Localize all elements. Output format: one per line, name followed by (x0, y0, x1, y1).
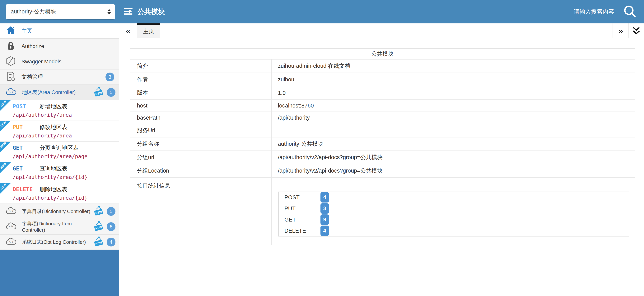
main-area: « 主页 » 公共模块 (119, 24, 644, 296)
sidebar-item-label: Authorize (22, 43, 44, 49)
lock-icon (6, 41, 16, 52)
info-row-value: /api/authority/v2/api-docs?group=公共模块 (272, 151, 635, 164)
sidebar-controller[interactable]: API 字典项(Dictionary Item Controller) NEW (0, 219, 119, 235)
stats-row-label: 接口统计信息 (130, 178, 272, 245)
table-row-stats: 接口统计信息 POST 4 (130, 178, 635, 245)
models-hexagon-icon (6, 56, 16, 67)
tab-bar: « 主页 » (119, 24, 644, 38)
doc-manage-count-badge: 3 (106, 73, 114, 81)
info-row-label: 版本 (130, 86, 272, 100)
sidebar-item-label: 主页 (22, 27, 32, 35)
stats-method-label: GET (278, 214, 314, 225)
controller-count-badge: 5 (107, 88, 116, 97)
table-row: 服务Url (130, 124, 635, 137)
info-row-label: 分组url (130, 151, 272, 164)
controller-label: 地区表(Area Controller) (22, 89, 76, 96)
info-row-label: 作者 (130, 73, 272, 86)
stats-row: GET 9 (278, 214, 629, 225)
info-row-value (272, 124, 635, 137)
tab-scroll-right-icon[interactable]: » (612, 24, 628, 38)
api-method-label: GET (13, 165, 40, 172)
group-select[interactable]: authority-公共模块 (6, 4, 115, 19)
info-row-label: 分组名称 (130, 137, 272, 151)
api-list-item[interactable]: NEW DELETE 删除地区表 /api/authority/area/{id… (0, 183, 119, 204)
table-row: 版本 1.0 (130, 86, 635, 100)
tab-collapse-icon[interactable] (628, 24, 644, 38)
api-name-label: 删除地区表 (40, 185, 67, 193)
search-input[interactable]: 请输入搜索内容 (574, 8, 614, 16)
api-cloud-icon: API (6, 237, 16, 247)
controller-label: 系统日志(Opt Log Controller) (22, 239, 86, 245)
api-method-label: GET (13, 144, 40, 152)
api-path-label: /api/authority/area (13, 132, 118, 139)
sidebar: 主页 Authorize (0, 24, 119, 296)
api-path-label: /api/authority/area/page (13, 153, 118, 160)
api-list: NEW POST 新增地区表 /api/authority/area NEW P… (0, 100, 119, 204)
info-row-label: host (130, 100, 272, 112)
table-row: 作者 zuihou (130, 73, 635, 86)
sidebar-item-doc-manage[interactable]: 文档管理 3 (0, 70, 119, 85)
svg-text:API: API (9, 240, 13, 243)
info-row-value: /api/authority/v2/api-docs?group=公共模块 (272, 164, 635, 178)
info-row-value: zuihou-admin-cloud 在线文档 (272, 59, 635, 73)
sidebar-controller[interactable]: API 系统日志(Opt Log Controller) NEW (0, 235, 119, 250)
api-list-item[interactable]: NEW POST 新增地区表 /api/authority/area (0, 100, 119, 121)
home-icon (6, 26, 16, 37)
sidebar-item-authorize[interactable]: Authorize (0, 39, 119, 54)
svg-text:API: API (9, 225, 13, 228)
table-row: 分组Location /api/authority/v2/api-docs?gr… (130, 164, 635, 178)
api-cloud-icon: API (6, 207, 16, 216)
table-row: 分组名称 authority-公共模块 (130, 137, 635, 151)
api-method-label: DELETE (13, 185, 40, 193)
controller-label: 字典目录(Dictionary Controller) (22, 208, 90, 215)
doc-gear-icon (6, 71, 16, 83)
info-row-value: authority-公共模块 (272, 137, 635, 151)
info-row-value: 1.0 (272, 86, 635, 100)
new-sign-icon: NEW (93, 86, 104, 99)
api-method-label: POST (13, 103, 40, 110)
sidebar-item-swagger-models[interactable]: Swagger Models (0, 54, 119, 70)
swagger-doc-page: authority-公共模块 公共模块 请输入搜索内容 (0, 0, 644, 296)
controller-label: 字典项(Dictionary Item Controller) (22, 220, 93, 233)
group-select-value: authority-公共模块 (11, 8, 56, 16)
api-path-label: /api/authority/area/{id} (13, 174, 118, 180)
sidebar-controller-area[interactable]: API 地区表(Area Controller) NEW (0, 85, 119, 100)
info-row-label: 分组Location (130, 164, 272, 178)
api-cloud-icon: API (6, 88, 16, 97)
api-stats-table: POST 4 PUT 3 (278, 192, 629, 236)
table-title: 公共模块 (130, 49, 635, 59)
api-path-label: /api/authority/area/{id} (13, 195, 118, 201)
controller-count-badge: 4 (107, 238, 116, 246)
search-icon[interactable] (623, 5, 637, 19)
info-row-label: 服务Url (130, 124, 272, 137)
controller-count-badge: 5 (107, 207, 116, 216)
sidebar-item-home[interactable]: 主页 (0, 24, 119, 39)
sidebar-item-label: Swagger Models (22, 59, 62, 65)
stats-method-label: DELETE (278, 225, 314, 236)
tab-home[interactable]: 主页 (137, 24, 160, 38)
stats-row: DELETE 4 (278, 225, 629, 236)
page-title: 公共模块 (137, 7, 165, 17)
stats-method-label: PUT (278, 203, 314, 214)
top-header-bar: authority-公共模块 公共模块 请输入搜索内容 (0, 0, 644, 24)
stats-count-badge: 4 (320, 192, 329, 202)
api-list-item[interactable]: NEW GET 分页查询地区表 /api/authority/area/page (0, 142, 119, 162)
stats-row: PUT 3 (278, 203, 629, 214)
info-row-value: zuihou (272, 73, 635, 86)
new-sign-icon: NEW (93, 236, 104, 248)
info-row-value: localhost:8760 (272, 100, 635, 112)
api-cloud-icon: API (6, 222, 16, 231)
sidebar-controller[interactable]: API 字典目录(Dictionary Controller) NEW (0, 204, 119, 219)
content-area[interactable]: 公共模块 简介 zuihou-admin-cloud 在线文档 作者 zuiho… (119, 38, 644, 296)
api-list-item[interactable]: NEW PUT 修改地区表 /api/authority/area (0, 121, 119, 142)
stats-row: POST 4 (278, 192, 629, 203)
api-name-label: 分页查询地区表 (40, 144, 78, 152)
sidebar-filler (0, 250, 119, 296)
table-row: 分组url /api/authority/v2/api-docs?group=公… (130, 151, 635, 164)
api-list-item[interactable]: NEW GET 查询地区表 /api/authority/area/{id} (0, 162, 119, 183)
table-row: 简介 zuihou-admin-cloud 在线文档 (130, 59, 635, 73)
svg-text:API: API (9, 210, 13, 212)
stats-count-badge: 3 (320, 203, 329, 214)
new-sign-icon: NEW (93, 221, 104, 233)
tab-scroll-left-icon[interactable]: « (119, 24, 137, 38)
